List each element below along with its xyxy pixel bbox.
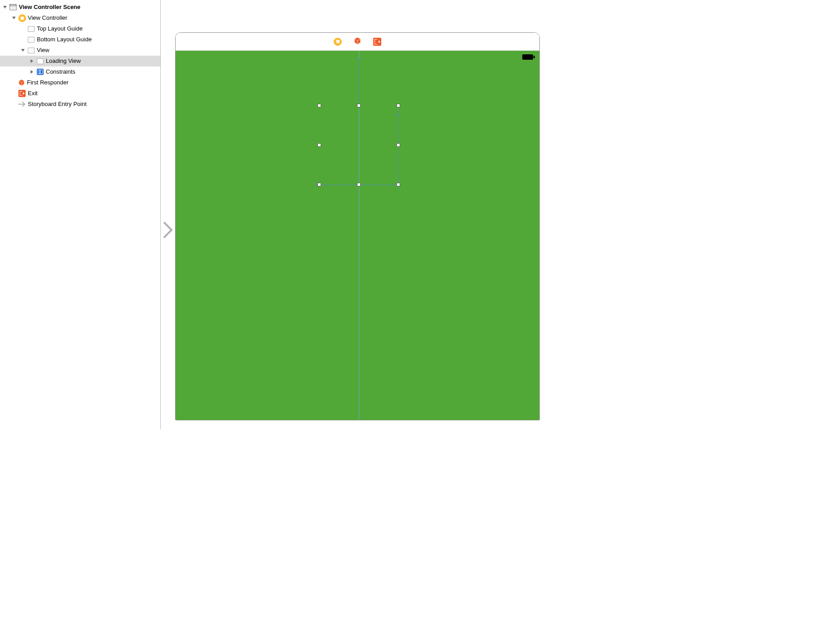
resize-handle-e[interactable] [397,143,400,147]
outline-row-top-layout-guide[interactable]: Top Layout Guide [0,23,160,34]
bottom-guide-label: Bottom Layout Guide [37,34,92,45]
first-responder-label: First Responder [27,77,68,88]
svg-marker-1 [12,17,16,19]
top-guide-label: Top Layout Guide [37,23,83,34]
entry-point-label: Storyboard Entry Point [28,99,87,110]
loading-view-label: Loading View [46,56,81,66]
scene-header[interactable] [176,33,539,51]
header-view-controller-icon[interactable] [334,38,342,46]
svg-marker-2 [21,49,25,52]
svg-rect-10 [522,54,533,60]
view-label: View [37,45,49,56]
outline-row-view-controller[interactable]: View Controller [0,13,160,23]
resize-handle-w[interactable] [317,143,321,147]
outline-row-first-responder[interactable]: First Responder [0,77,160,88]
battery-icon [522,54,535,61]
outline-row-scene[interactable]: View Controller Scene [0,2,160,13]
outline-row-bottom-layout-guide[interactable]: Bottom Layout Guide [0,34,160,45]
outline-row-entry-point[interactable]: Storyboard Entry Point [0,99,160,110]
view-icon [27,46,35,54]
vc-label: View Controller [28,13,67,23]
storyboard-entry-arrow-icon[interactable] [162,220,174,241]
layout-guide-icon [27,35,35,44]
constraint-guide-top-spacing[interactable] [359,59,359,106]
resize-handle-ne[interactable] [397,104,400,107]
ibeam-cap [356,59,362,59]
disclosure-triangle-icon[interactable] [21,48,25,53]
header-exit-icon[interactable] [373,38,381,46]
root-view[interactable] [176,51,539,420]
resize-handle-se[interactable] [397,183,400,186]
disclosure-triangle-icon[interactable] [3,5,7,9]
view-controller-icon [18,14,26,22]
layout-guide-icon [27,25,35,33]
scene-frame[interactable] [175,32,540,420]
svg-marker-0 [3,6,7,9]
header-first-responder-icon[interactable] [353,37,362,46]
entry-point-arrow-icon [18,100,26,108]
outline-row-exit[interactable]: Exit [0,88,160,99]
resize-handle-s[interactable] [357,183,361,186]
first-responder-icon [18,79,25,86]
svg-rect-11 [533,56,535,58]
view-icon [36,57,44,65]
ibeam-cap [316,181,316,188]
resize-handle-sw[interactable] [317,183,321,186]
constraints-label: Constraints [46,66,75,77]
constraints-icon [36,68,44,76]
disclosure-triangle-icon[interactable] [30,70,34,74]
resize-handle-n[interactable] [357,104,361,107]
storyboard-canvas[interactable] [161,0,546,429]
svg-marker-4 [31,70,33,74]
loading-view-selection[interactable] [319,106,398,185]
scene-label: View Controller Scene [19,2,80,13]
outline-row-view[interactable]: View [0,45,160,56]
disclosure-triangle-icon[interactable] [30,59,34,63]
outline-row-loading-view[interactable]: Loading View [0,56,160,66]
exit-icon [18,89,26,97]
svg-marker-3 [31,59,33,63]
outline-row-constraints[interactable]: Constraints [0,66,160,77]
resize-handle-nw[interactable] [317,104,321,107]
disclosure-triangle-icon[interactable] [12,16,16,20]
exit-label: Exit [28,88,38,99]
scene-icon [9,3,17,11]
document-outline[interactable]: View Controller Scene View Controller To… [0,0,161,429]
